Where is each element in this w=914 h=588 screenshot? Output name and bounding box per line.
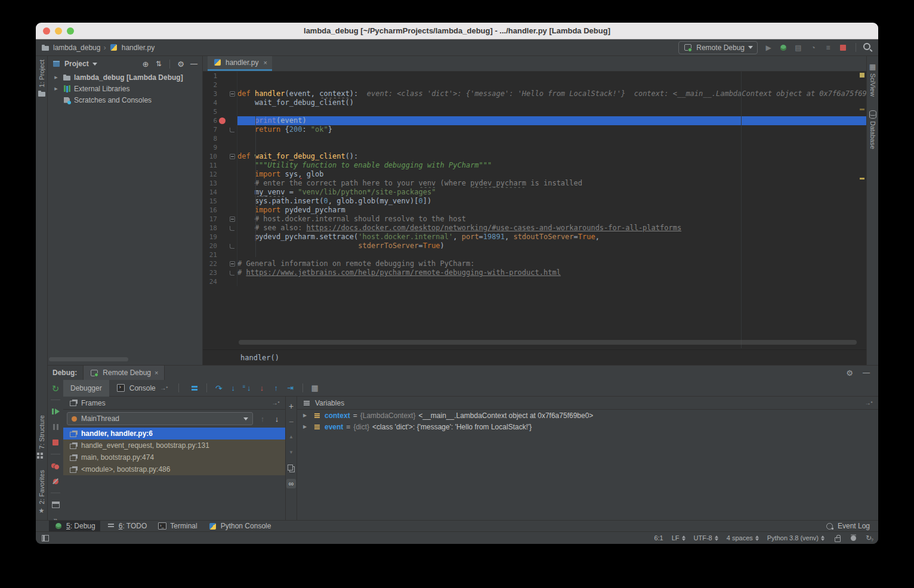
code-line[interactable]: 9 [203, 143, 866, 152]
gutter[interactable]: 12 [203, 170, 237, 179]
breakpoint-gutter[interactable] [217, 134, 227, 143]
fold-marker-icon[interactable] [230, 226, 234, 231]
gutter[interactable]: 11 [203, 161, 237, 170]
frame-row[interactable]: main, bootstrap.py:474 [63, 451, 285, 463]
tool-window-switcher-icon[interactable] [41, 533, 50, 543]
breakpoint-gutter[interactable] [217, 250, 227, 259]
remove-watch-button[interactable]: − [286, 417, 296, 426]
unlock-icon[interactable] [833, 533, 842, 543]
tool-window-tab-5-debug[interactable]: 5: Debug [49, 521, 100, 532]
gutter[interactable]: 24 [203, 277, 237, 286]
breakpoint-gutter[interactable] [217, 206, 227, 215]
status-item-python-3-8-venv-[interactable]: Python 3.8 (venv) [767, 534, 825, 541]
code-line[interactable]: 6 print(event) [203, 116, 866, 125]
gutter[interactable]: 3 [203, 89, 237, 98]
fold-gutter[interactable] [227, 170, 237, 179]
code-line[interactable]: 3def handler(event, context): event: <cl… [203, 89, 866, 98]
breakpoint-gutter[interactable] [217, 242, 227, 250]
stop-debug-button[interactable] [51, 438, 60, 447]
step-over-button[interactable]: ↷ [214, 383, 224, 393]
code-line[interactable]: 13 # enter the correct path here to your… [203, 179, 866, 188]
tab-debugger[interactable]: Debugger [63, 380, 109, 397]
fold-gutter[interactable] [227, 277, 237, 286]
close-button[interactable] [43, 27, 50, 35]
fold-marker-icon[interactable] [230, 244, 234, 249]
code-line[interactable]: 18 # see also: https://docs.docker.com/d… [203, 224, 866, 233]
breakpoint-gutter[interactable] [217, 170, 227, 179]
fold-marker-icon[interactable] [230, 261, 235, 267]
title-bar[interactable]: lambda_debug [~/PycharmProjects/lambda_d… [36, 23, 878, 39]
error-stripe-mark[interactable] [860, 73, 864, 78]
gutter[interactable]: 14 [203, 188, 237, 197]
gutter[interactable]: 16 [203, 206, 237, 215]
code-line[interactable]: 1 [203, 72, 866, 81]
code-line[interactable]: 24 [203, 277, 866, 286]
status-item-6-1[interactable]: 6:1 [654, 534, 663, 541]
breakpoint-gutter[interactable] [217, 259, 227, 268]
fold-gutter[interactable] [227, 81, 237, 89]
run-to-cursor-button[interactable]: ⇥ [286, 383, 295, 393]
run-with-coverage-button[interactable]: ▤ [793, 43, 803, 52]
breakpoint-gutter[interactable] [217, 89, 227, 98]
fold-gutter[interactable] [227, 242, 237, 250]
gutter[interactable]: 10 [203, 152, 237, 161]
move-panel-icon[interactable]: → [864, 398, 873, 408]
tool-button-7-structure[interactable]: 7: Structure [37, 415, 47, 460]
breakpoint-gutter[interactable] [217, 152, 227, 161]
pause-button[interactable] [51, 422, 60, 432]
fold-gutter[interactable] [227, 268, 237, 277]
profiler-button[interactable]: ◔ [808, 43, 818, 52]
fold-gutter[interactable] [227, 259, 237, 268]
editor-split-bottom[interactable]: handler() [203, 349, 866, 365]
hide-panel-icon[interactable]: — [189, 59, 199, 69]
variables-menu-icon[interactable] [302, 398, 311, 408]
close-tab-icon[interactable]: × [263, 59, 267, 66]
gutter[interactable]: 21 [203, 250, 237, 259]
move-panel-icon[interactable]: → [271, 398, 280, 408]
move-watch-up-button[interactable]: ▲ [286, 432, 296, 442]
code-line[interactable]: 14 my_venv = "venv/lib/python*/site-pack… [203, 188, 866, 197]
fold-marker-icon[interactable] [230, 271, 234, 276]
highlighting-level-icon[interactable] [848, 533, 858, 543]
project-tree-item[interactable]: Scratches and Consoles [48, 94, 202, 106]
fold-gutter[interactable] [227, 179, 237, 188]
breakpoint-gutter[interactable] [217, 125, 227, 134]
project-tree-item[interactable]: ▶lambda_debug [Lambda Debug] [48, 72, 202, 83]
jump-to-output-icon[interactable]: → [159, 383, 169, 393]
gutter[interactable]: 15 [203, 197, 237, 206]
code-line[interactable]: 2 [203, 81, 866, 89]
tab-handler-py[interactable]: handler.py × [208, 56, 272, 71]
fold-gutter[interactable] [227, 143, 237, 152]
fold-gutter[interactable] [227, 72, 237, 81]
gutter[interactable]: 7 [203, 125, 237, 134]
zoom-button[interactable] [67, 27, 74, 35]
stop-button[interactable] [838, 43, 848, 52]
breakpoint-gutter[interactable] [217, 224, 227, 233]
locate-icon[interactable]: ⊕ [141, 59, 150, 69]
fold-gutter[interactable] [227, 98, 237, 107]
tool-button-1-project[interactable]: 1: Project [37, 60, 47, 98]
variable-row[interactable]: ▶context = {LambdaContext} <__main__.Lam… [297, 410, 878, 421]
fold-gutter[interactable] [227, 125, 237, 134]
code-line[interactable]: 8 [203, 134, 866, 143]
gutter[interactable]: 13 [203, 179, 237, 188]
code-line[interactable]: 4 wait_for_debug_client() [203, 98, 866, 107]
close-session-icon[interactable]: × [155, 369, 158, 376]
project-panel-title[interactable]: Project [64, 60, 89, 68]
gutter[interactable]: 2 [203, 81, 237, 89]
breakpoint-gutter[interactable] [217, 98, 227, 107]
code-line[interactable]: 5 [203, 107, 866, 116]
fold-gutter[interactable] [227, 107, 237, 116]
gutter[interactable]: 4 [203, 98, 237, 107]
step-into-my-code-button[interactable]: ↓ [243, 383, 252, 393]
settings-icon[interactable]: ⚙ [845, 368, 854, 377]
move-watch-down-button[interactable]: ▼ [286, 448, 296, 457]
fold-marker-icon[interactable] [230, 216, 235, 222]
breakpoint-gutter[interactable] [217, 143, 227, 152]
code-line[interactable]: 21 [203, 250, 866, 259]
gutter[interactable]: 22 [203, 259, 237, 268]
tool-window-tab-6-todo[interactable]: 6: TODO [101, 521, 152, 532]
previous-frame-button[interactable]: ↑ [258, 414, 267, 423]
tool-button-2-favorites[interactable]: 2: Favorites★ [37, 470, 47, 515]
next-frame-button[interactable]: ↓ [272, 414, 282, 423]
